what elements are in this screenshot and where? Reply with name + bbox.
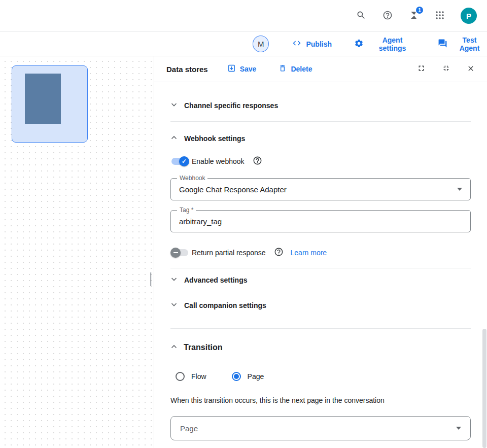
section-advanced-settings[interactable]: Advanced settings: [170, 273, 471, 287]
radio-checked-icon: [232, 372, 241, 381]
main-area: Data stores Save Delete: [0, 56, 487, 448]
chevron-down-icon: [170, 275, 178, 285]
fullscreen-icon: [417, 64, 426, 74]
transition-description: When this transition occurs, this is the…: [170, 396, 471, 404]
dropdown-arrow-icon: [456, 427, 461, 430]
flow-node-selected[interactable]: [12, 65, 88, 143]
settings-panel: Data stores Save Delete: [154, 56, 487, 448]
workspace-avatar[interactable]: M: [253, 36, 269, 52]
chevron-up-icon: [170, 134, 178, 143]
learn-more-link[interactable]: Learn more: [291, 249, 327, 257]
apps-button[interactable]: [435, 11, 444, 21]
section-channel-responses[interactable]: Channel specific responses: [170, 98, 471, 113]
panel-header: Data stores Save Delete: [154, 56, 487, 82]
help-circle-icon: [274, 247, 284, 258]
notifications-button[interactable]: 1: [409, 10, 419, 22]
save-icon: [227, 64, 236, 74]
tag-input[interactable]: [179, 217, 462, 226]
notification-badge: 1: [415, 6, 424, 15]
flow-radio-label: Flow: [191, 372, 206, 381]
divider: [170, 328, 471, 329]
publish-label: Publish: [306, 40, 332, 48]
test-agent-label: Test Agent: [452, 36, 487, 52]
enable-webhook-label: Enable webhook: [192, 157, 245, 165]
partial-response-toggle[interactable]: [170, 247, 189, 259]
section-label: Channel specific responses: [184, 101, 278, 110]
page-select[interactable]: Page: [170, 416, 471, 440]
enable-webhook-toggle[interactable]: ✓: [170, 155, 189, 167]
transition-label: Transition: [184, 343, 222, 352]
webhook-field-label: Webhook: [177, 175, 207, 182]
chevron-down-icon: [170, 301, 178, 310]
delete-label: Delete: [291, 65, 312, 73]
divider: [170, 268, 471, 268]
close-panel-button[interactable]: [467, 64, 475, 74]
search-icon: [356, 10, 366, 22]
enable-webhook-help-button[interactable]: [253, 156, 262, 167]
page-select-placeholder: Page: [180, 424, 198, 433]
tag-field[interactable]: Tag *: [170, 210, 471, 232]
section-label: Webhook settings: [184, 134, 245, 143]
partial-response-row: Return partial response Learn more: [170, 247, 471, 259]
chevron-up-icon: [170, 343, 178, 352]
partial-response-label: Return partial response: [192, 249, 266, 257]
save-label: Save: [240, 65, 257, 73]
webhook-select[interactable]: Webhook Google Chat Response Adapter: [170, 178, 471, 200]
agent-settings-label: Agent settings: [368, 36, 416, 52]
save-button[interactable]: Save: [227, 64, 257, 74]
enable-webhook-row: ✓ Enable webhook: [170, 155, 471, 167]
panel-body: Channel specific responses Webhook setti…: [154, 98, 487, 440]
panel-scrollbar[interactable]: [482, 329, 486, 448]
agent-settings-button[interactable]: Agent settings: [354, 36, 416, 52]
panel-title: Data stores: [166, 65, 208, 74]
page-radio-label: Page: [248, 372, 264, 381]
dropdown-arrow-icon: [457, 188, 462, 191]
agent-toolbar-actions: M Publish Agent settings Test Agent: [253, 36, 487, 52]
section-label: Call companion settings: [184, 301, 266, 309]
trash-icon: [279, 64, 287, 74]
global-header-actions: 1 P: [356, 8, 487, 24]
section-webhook-settings[interactable]: Webhook settings: [170, 131, 471, 146]
publish-button[interactable]: Publish: [292, 39, 332, 49]
fullscreen-button[interactable]: [417, 64, 426, 74]
help-button[interactable]: [382, 10, 393, 22]
user-avatar[interactable]: P: [461, 8, 477, 24]
webhook-field-value: Google Chat Response Adapter: [179, 185, 287, 194]
test-agent-button[interactable]: Test Agent: [438, 36, 487, 52]
delete-button[interactable]: Delete: [279, 64, 312, 74]
search-button[interactable]: [356, 10, 366, 22]
flow-radio[interactable]: Flow: [176, 372, 206, 381]
tag-field-label: Tag *: [177, 206, 196, 214]
section-call-companion[interactable]: Call companion settings: [170, 298, 471, 313]
exit-fullscreen-button[interactable]: [442, 64, 450, 74]
chat-icon: [438, 39, 447, 50]
help-circle-icon: [253, 156, 262, 167]
chevron-down-icon: [170, 101, 178, 110]
gear-icon: [354, 39, 364, 50]
code-icon: [292, 39, 301, 49]
help-icon: [382, 10, 393, 22]
close-icon: [467, 64, 475, 74]
section-label: Advanced settings: [184, 276, 247, 284]
divider: [170, 121, 471, 122]
section-transition[interactable]: Transition: [170, 340, 471, 355]
flow-node-thumbnail: [25, 74, 61, 124]
divider: [170, 293, 471, 293]
page-radio[interactable]: Page: [232, 372, 264, 381]
toggle-thumb-check: ✓: [179, 156, 189, 166]
apps-grid-icon: [435, 11, 444, 21]
global-header: 1 P: [0, 0, 487, 32]
toggle-thumb-minus: [170, 248, 181, 258]
exit-fullscreen-icon: [442, 64, 450, 74]
transition-target-radios: Flow Page: [170, 370, 471, 383]
flow-canvas[interactable]: [0, 56, 154, 448]
radio-unchecked-icon: [176, 372, 185, 381]
panel-resize-handle[interactable]: [150, 272, 154, 286]
partial-response-help-button[interactable]: [274, 247, 284, 258]
agent-toolbar: M Publish Agent settings Test Agent: [0, 32, 487, 56]
